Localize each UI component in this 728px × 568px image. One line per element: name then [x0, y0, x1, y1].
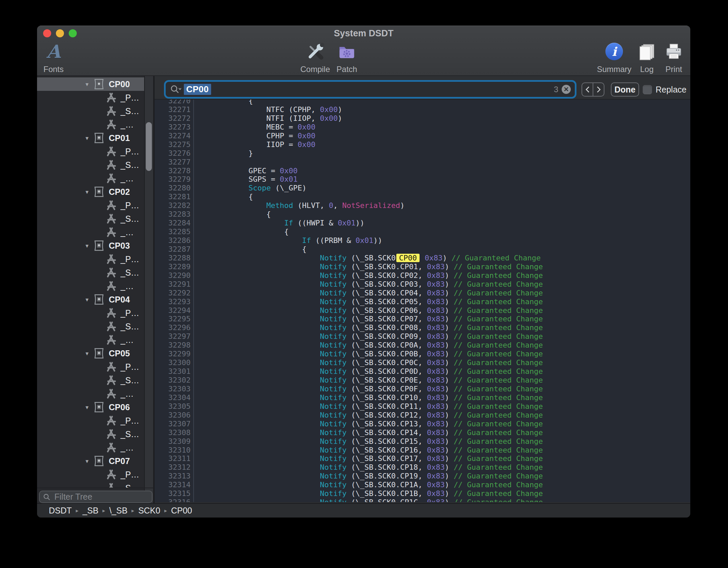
code-text: MEBC = 0x00	[194, 123, 316, 132]
tree-item-method[interactable]: _S…	[37, 104, 154, 118]
filter-tree-input[interactable]	[54, 492, 148, 502]
toolbar-label: Patch	[336, 65, 357, 74]
method-icon	[105, 415, 117, 426]
code-text: Notify (\_SB.SCK0.CP03, 0x83) // Guarant…	[194, 280, 543, 289]
disclosure-triangle-icon[interactable]: ▼	[85, 458, 91, 464]
tree-item-method[interactable]: _P…	[37, 414, 154, 427]
tree-item-method[interactable]: _…	[37, 225, 154, 239]
code-text: Notify (\_SB.SCK0.CP04, 0x83) // Guarant…	[194, 289, 543, 297]
line-number: 32284	[155, 219, 194, 227]
code-text	[194, 158, 213, 167]
breadcrumb-item-dsdt[interactable]: DSDT	[49, 506, 72, 516]
code-line: 32274 CPHP = 0x00	[155, 132, 690, 140]
tree-item-label: _…	[121, 174, 134, 183]
line-number: 32287	[155, 245, 194, 254]
disclosure-triangle-icon[interactable]: ▼	[85, 81, 91, 87]
device-icon	[93, 293, 105, 306]
code-text: Notify (\_SB.SCK0.CP07, 0x83) // Guarant…	[194, 315, 543, 323]
code-editor[interactable]: 32270 {32271 NTFC (CPHP, 0x00)32272 NTFI…	[155, 100, 690, 502]
window-title: System DSDT	[37, 28, 690, 39]
disclosure-triangle-icon[interactable]: ▼	[85, 243, 91, 249]
done-button[interactable]: Done	[611, 82, 639, 97]
clear-search-icon[interactable]: ✕	[562, 85, 571, 94]
method-icon	[105, 281, 117, 291]
code-line: 32273 MEBC = 0x00	[155, 123, 690, 132]
tree-item-cp02[interactable]: ▼CP02	[37, 185, 154, 199]
tree-item-method[interactable]: _…	[37, 279, 154, 293]
tree-item-method[interactable]: _S…	[37, 212, 154, 225]
tree-item-cp06[interactable]: ▼CP06	[37, 400, 154, 414]
line-number: 32316	[155, 498, 194, 502]
breadcrumb-item-sck0[interactable]: SCK0	[138, 506, 160, 516]
previous-match-button[interactable]	[582, 83, 593, 96]
search-input[interactable]: CP00 3 ✕	[164, 80, 576, 99]
patch-button[interactable]: Patch	[322, 41, 372, 74]
search-icon[interactable]	[170, 84, 181, 95]
code-text: Notify (\_SB.SCK0.CP06, 0x83) // Guarant…	[194, 306, 543, 315]
tree-item-method[interactable]: _P…	[37, 199, 154, 212]
tree-item-method[interactable]: _S…	[37, 427, 154, 441]
tree-item-method[interactable]: _S…	[37, 158, 154, 172]
code-line: 32278 GPEC = 0x00	[155, 167, 690, 175]
tree-item-label: _P…	[121, 93, 139, 103]
tree-item-method[interactable]: _S…	[37, 266, 154, 279]
tree-item-method[interactable]: _P…	[37, 306, 154, 320]
tree-item-method[interactable]: _…	[37, 387, 154, 400]
disclosure-triangle-icon[interactable]: ▼	[85, 351, 91, 356]
disclosure-triangle-icon[interactable]: ▼	[85, 189, 91, 195]
tree-item-cp00[interactable]: ▼CP00	[37, 77, 144, 91]
method-icon	[105, 213, 117, 224]
sidebar-scrollbar-thumb[interactable]	[146, 122, 152, 171]
tree-item-method[interactable]: _…	[37, 333, 154, 347]
print-icon	[665, 41, 683, 62]
tree-item-method[interactable]: _P…	[37, 145, 154, 158]
tree-item-cp04[interactable]: ▼CP04	[37, 293, 154, 306]
method-icon	[105, 254, 117, 264]
breadcrumb-separator-icon: ▸	[164, 507, 167, 514]
disclosure-triangle-icon[interactable]: ▼	[85, 404, 91, 410]
next-match-button[interactable]	[593, 83, 604, 96]
tree-item-cp07[interactable]: ▼CP07	[37, 454, 154, 468]
tree-item-label: CP05	[109, 349, 130, 358]
breadcrumb-item-_sb[interactable]: _SB	[82, 506, 98, 516]
code-text: Notify (\_SB.SCK0.CP10, 0x83) // Guarant…	[194, 393, 543, 402]
tree-item-cp01[interactable]: ▼CP01	[37, 131, 154, 145]
line-number: 32301	[155, 367, 194, 376]
fonts-button[interactable]: A Fonts	[37, 41, 79, 74]
code-line: 32296 Notify (\_SB.SCK0.CP08, 0x83) // G…	[155, 323, 690, 332]
find-match-highlight: CP00	[396, 254, 420, 262]
tree-item-method[interactable]: _P…	[37, 360, 154, 374]
tree-item-label: _P…	[121, 308, 139, 318]
tree-item-method[interactable]: _P…	[37, 91, 154, 104]
tree-item-label: _S…	[121, 429, 139, 439]
code-text: {	[194, 100, 253, 105]
code-line: 32295 Notify (\_SB.SCK0.CP07, 0x83) // G…	[155, 315, 690, 323]
tree-item-method[interactable]: _P…	[37, 468, 154, 481]
tree-item-method[interactable]: _…	[37, 118, 154, 131]
code-line: 32306 Notify (\_SB.SCK0.CP12, 0x83) // G…	[155, 411, 690, 420]
line-number: 32305	[155, 402, 194, 411]
disclosure-triangle-icon[interactable]: ▼	[85, 297, 91, 303]
tree-item-method[interactable]: _S…	[37, 374, 154, 387]
tree-item-method[interactable]: _…	[37, 441, 154, 454]
tree-item-cp05[interactable]: ▼CP05	[37, 347, 154, 360]
breadcrumb-item-_sb[interactable]: \_SB	[109, 506, 127, 516]
disclosure-triangle-icon[interactable]: ▼	[85, 135, 91, 141]
line-number: 32277	[155, 158, 194, 167]
tree-item-method[interactable]: _S…	[37, 481, 154, 488]
tree-item-method[interactable]: _P…	[37, 252, 154, 266]
tree-item-method[interactable]: _…	[37, 172, 154, 185]
method-icon	[105, 429, 117, 439]
line-number: 32279	[155, 175, 194, 184]
tree-item-method[interactable]: _S…	[37, 320, 154, 333]
code-line: 32285 {	[155, 227, 690, 236]
breadcrumb-item-cp00[interactable]: CP00	[171, 506, 192, 516]
filter-tree-field[interactable]	[39, 491, 153, 503]
print-button[interactable]: Print	[649, 41, 690, 74]
method-icon	[105, 321, 117, 332]
tree-item-label: _…	[121, 227, 134, 237]
code-text: Scope (\_GPE)	[194, 184, 306, 192]
replace-checkbox[interactable]	[643, 85, 652, 94]
symbol-tree: ▼CP00_P…_S…_…▼CP01_P…_S…_…▼CP02_P…_S…_…▼…	[37, 77, 154, 488]
tree-item-cp03[interactable]: ▼CP03	[37, 239, 154, 252]
